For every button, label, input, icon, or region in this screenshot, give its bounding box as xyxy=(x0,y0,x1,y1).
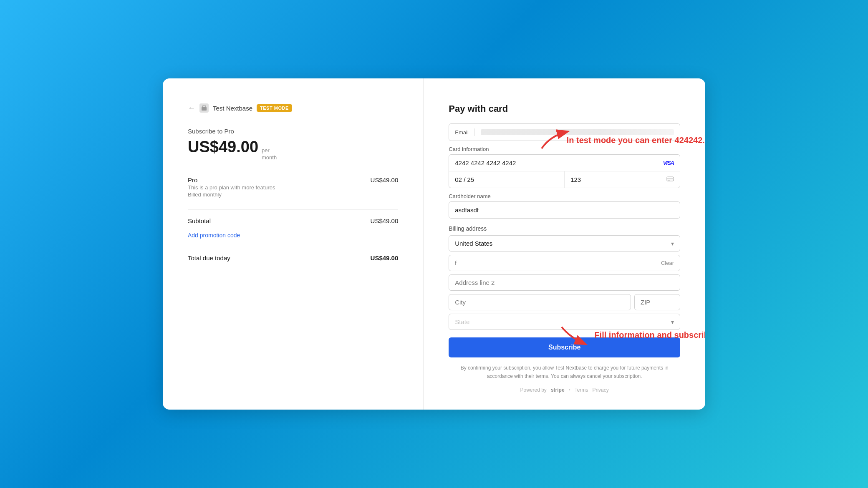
cardholder-input[interactable] xyxy=(449,201,680,219)
breadcrumb: ← Test Nextbase TEST MODE xyxy=(188,103,398,113)
email-group: Email xyxy=(449,123,680,141)
subscribe-button[interactable]: Subscribe xyxy=(449,337,680,357)
country-select[interactable]: United States ▾ xyxy=(449,235,680,252)
price-row: US$49.00 per month xyxy=(188,138,398,161)
item-description: This is a pro plan with more features xyxy=(188,184,275,191)
clear-button[interactable]: Clear xyxy=(661,260,674,266)
payment-modal: ← Test Nextbase TEST MODE Subscribe to P… xyxy=(163,78,705,409)
item-billing: Billed monthly xyxy=(188,191,275,198)
subtotal-label: Subtotal xyxy=(188,217,211,224)
card-cvc-row xyxy=(565,171,680,188)
visa-logo: VISA xyxy=(663,160,674,166)
card-number-input[interactable] xyxy=(455,159,663,166)
city-input[interactable] xyxy=(449,294,631,310)
card-info-box: VISA xyxy=(449,154,680,188)
right-panel: Pay with card Email Card information VIS… xyxy=(424,78,705,409)
state-chevron-down-icon: ▾ xyxy=(671,319,674,325)
line-item-pro: Pro This is a pro plan with more feature… xyxy=(188,176,398,198)
footer-dot: • xyxy=(569,387,570,393)
state-select[interactable]: State ▾ xyxy=(449,314,680,330)
card-cvc-input[interactable] xyxy=(570,176,666,183)
price-period: per month xyxy=(262,147,277,161)
address-line1-input[interactable] xyxy=(455,259,661,267)
subtotal-amount: US$49.00 xyxy=(371,217,399,224)
cardholder-label: Cardholder name xyxy=(449,193,680,199)
card-expiry-cvc-row xyxy=(449,171,680,188)
store-icon xyxy=(199,103,209,113)
item-name: Pro xyxy=(188,176,275,184)
footer-links: Powered by stripe • Terms Privacy xyxy=(449,387,680,393)
card-info-label: Card information xyxy=(449,146,680,152)
privacy-link[interactable]: Privacy xyxy=(592,387,608,393)
total-amount: US$49.00 xyxy=(371,254,399,262)
state-value: State xyxy=(455,318,671,325)
item-amount: US$49.00 xyxy=(371,176,399,184)
cvc-icon xyxy=(666,176,674,183)
email-label: Email xyxy=(455,129,469,136)
address-line2-input[interactable] xyxy=(449,274,680,291)
zip-input[interactable] xyxy=(634,294,680,310)
chevron-down-icon: ▾ xyxy=(671,240,674,247)
card-expiry-input[interactable] xyxy=(449,171,565,188)
pay-with-card-title: Pay with card xyxy=(449,103,680,114)
cardholder-group: Cardholder name xyxy=(449,193,680,219)
add-promo-link[interactable]: Add promotion code xyxy=(188,232,398,239)
total-row: Total due today US$49.00 xyxy=(188,254,398,262)
subscribe-label: Subscribe to Pro xyxy=(188,128,398,135)
confirmation-text: By confirming your subscription, you all… xyxy=(449,364,680,380)
stripe-label: stripe xyxy=(551,387,565,393)
country-value: United States xyxy=(455,240,671,247)
terms-link[interactable]: Terms xyxy=(575,387,588,393)
test-mode-badge: TEST MODE xyxy=(257,104,292,112)
total-label: Total due today xyxy=(188,254,230,262)
billing-address-label: Billing address xyxy=(449,225,680,232)
divider xyxy=(188,209,398,210)
back-arrow-icon[interactable]: ← xyxy=(188,104,195,113)
address-line1-row: Clear xyxy=(449,255,680,271)
subtotal-row: Subtotal US$49.00 xyxy=(188,217,398,224)
store-name: Test Nextbase xyxy=(213,105,252,112)
city-zip-row xyxy=(449,294,680,310)
left-panel: ← Test Nextbase TEST MODE Subscribe to P… xyxy=(163,78,424,409)
price-amount: US$49.00 xyxy=(188,138,258,156)
svg-rect-3 xyxy=(668,180,670,181)
powered-by-text: Powered by xyxy=(520,387,547,393)
svg-rect-0 xyxy=(202,107,207,111)
svg-rect-2 xyxy=(667,178,674,179)
card-number-row: VISA xyxy=(449,155,680,171)
